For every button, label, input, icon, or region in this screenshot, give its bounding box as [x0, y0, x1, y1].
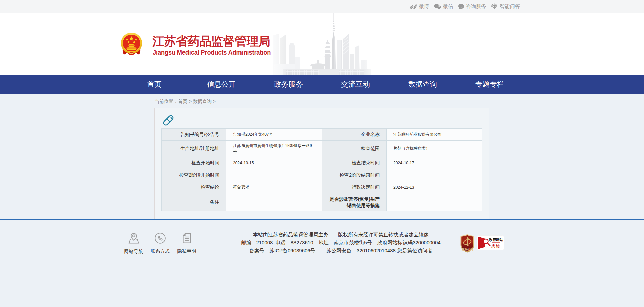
svg-text:政府网站: 政府网站: [488, 238, 503, 242]
svg-text:找错: 找错: [491, 244, 501, 248]
svg-text:党政机关: 党政机关: [461, 248, 473, 251]
